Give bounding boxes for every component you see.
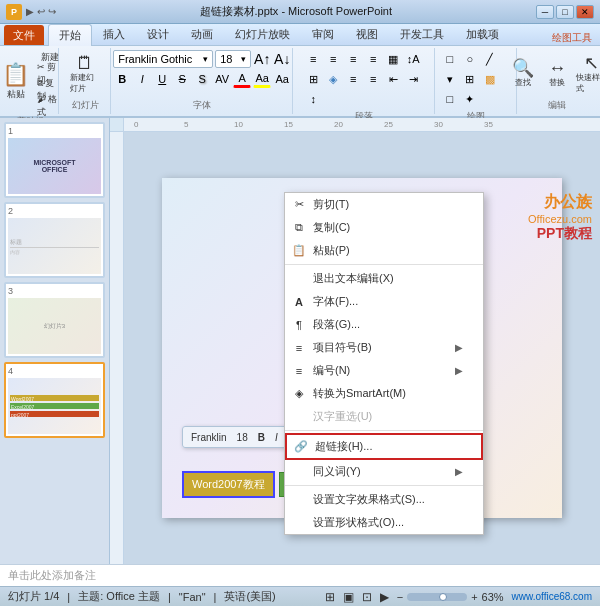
align-left-button[interactable]: ≡ <box>304 50 322 68</box>
line-button[interactable]: ╱ <box>481 50 499 68</box>
minimize-button[interactable]: ─ <box>536 5 554 19</box>
ctx-hanzi[interactable]: 汉字重选(U) <box>285 405 483 428</box>
font-size-selector[interactable]: 18 ▾ <box>215 50 251 68</box>
textalign-button[interactable]: ⊞ <box>304 70 322 88</box>
slide-thumb-4[interactable]: 4 Word2007 Excel2007 ppt2007 <box>4 362 105 438</box>
tab-developer[interactable]: 开发工具 <box>389 23 455 45</box>
ctx-cut[interactable]: ✂ 剪切(T) <box>285 193 483 216</box>
ctx-texteffect[interactable]: 设置文字效果格式(S)... <box>285 488 483 511</box>
font-name-selector[interactable]: Franklin Gothic ▾ <box>113 50 213 68</box>
change-case-button[interactable]: Aa <box>273 70 291 88</box>
restore-button[interactable]: □ <box>556 5 574 19</box>
new-slide-button[interactable]: 🗒 新建幻灯片 <box>69 58 101 90</box>
select-button[interactable]: ↖ 快速样式 <box>575 58 600 90</box>
tab-design[interactable]: 设计 <box>136 23 180 45</box>
bullets-arrow: ▶ <box>455 342 463 353</box>
shapes-more-button[interactable]: ▾ <box>441 70 459 88</box>
word-textbox[interactable]: Word2007教程 <box>182 471 275 498</box>
mini-font-size[interactable]: 18 <box>233 430 252 445</box>
ctx-exit-edit[interactable]: 退出文本编辑(X) <box>285 267 483 290</box>
ctx-copy[interactable]: ⧉ 复制(C) <box>285 216 483 239</box>
ctx-font[interactable]: A 字体(F)... <box>285 290 483 313</box>
highlight-button[interactable]: Aa <box>253 70 271 88</box>
font-shrink-button[interactable]: A↓ <box>273 50 291 68</box>
ctx-sep2 <box>285 430 483 431</box>
paste-icon: 📋 <box>291 243 307 259</box>
ctx-paragraph[interactable]: ¶ 段落(G)... <box>285 313 483 336</box>
linespacing-button[interactable]: ↕ <box>304 90 322 108</box>
justify-button[interactable]: ≡ <box>364 50 382 68</box>
mini-italic-button[interactable]: I <box>271 430 282 445</box>
ctx-hyperlink[interactable]: 🔗 超链接(H)... <box>285 433 483 460</box>
ctx-shapefmt[interactable]: 设置形状格式(O)... <box>285 511 483 534</box>
numbered-list-button[interactable]: ≡ <box>364 70 382 88</box>
drawing-buttons: □ ○ ╱ ▾ ⊞ ▩ □ ✦ <box>441 50 512 108</box>
ctx-synonym[interactable]: 同义词(Y) ▶ <box>285 460 483 483</box>
formatpaint-button[interactable]: 🖌 格式 <box>36 98 64 113</box>
textshadow-button[interactable]: S <box>193 70 211 88</box>
ctx-paste[interactable]: 📋 粘贴(P) <box>285 239 483 262</box>
strikethrough-button[interactable]: S <box>173 70 191 88</box>
indent-inc-button[interactable]: ⇥ <box>404 70 422 88</box>
smartart-button[interactable]: ◈ <box>324 70 342 88</box>
note-bar[interactable]: 单击此处添加备注 <box>0 564 600 586</box>
mini-font-name[interactable]: Franklin <box>187 430 231 445</box>
note-placeholder: 单击此处添加备注 <box>8 568 96 583</box>
indent-dec-button[interactable]: ⇤ <box>384 70 402 88</box>
italic-button[interactable]: I <box>133 70 151 88</box>
zoom-slider[interactable] <box>407 593 467 601</box>
status-lang: 英语(美国) <box>224 589 275 604</box>
watermark: 办公族 Officezu.com PPT教程 <box>528 192 592 243</box>
ctx-smartart[interactable]: ◈ 转换为SmartArt(M) <box>285 382 483 405</box>
view-slide-btn[interactable]: ▣ <box>343 590 354 604</box>
ctx-numbering[interactable]: ≡ 编号(N) ▶ <box>285 359 483 382</box>
zoom-control: − + 63% <box>397 591 504 603</box>
slides-buttons: 🗒 新建幻灯片 <box>69 50 101 97</box>
zoom-out-button[interactable]: − <box>397 591 403 603</box>
tab-home[interactable]: 开始 <box>48 24 92 46</box>
view-normal-btn[interactable]: ⊞ <box>325 590 335 604</box>
find-button[interactable]: 🔍 查找 <box>507 58 539 90</box>
slide-thumb-3[interactable]: 3 幻灯片3 <box>4 282 105 358</box>
tab-insert[interactable]: 插入 <box>92 23 136 45</box>
canvas-area: 办公族 Officezu.com PPT教程 Word2007教程 <box>124 132 600 564</box>
status-separator1: | <box>67 591 70 603</box>
zoom-in-button[interactable]: + <box>471 591 477 603</box>
arrange-button[interactable]: ⊞ <box>461 70 479 88</box>
tab-view[interactable]: 视图 <box>345 23 389 45</box>
slide-thumb-1[interactable]: 1 MICROSOFTOFFICE <box>4 122 105 198</box>
textdir-button[interactable]: ↕A <box>404 50 422 68</box>
align-center-button[interactable]: ≡ <box>324 50 342 68</box>
charspacing-button[interactable]: AV <box>213 70 231 88</box>
slides-label: 幻灯片 <box>72 97 99 112</box>
tab-slideshow[interactable]: 幻灯片放映 <box>224 23 301 45</box>
underline-button[interactable]: U <box>153 70 171 88</box>
tab-addins[interactable]: 加载项 <box>455 23 510 45</box>
close-button[interactable]: ✕ <box>576 5 594 19</box>
view-present-btn[interactable]: ▶ <box>380 590 389 604</box>
rect-button[interactable]: □ <box>441 50 459 68</box>
fontcolor-button[interactable]: A <box>233 70 251 88</box>
numbering-arrow: ▶ <box>455 365 463 376</box>
bulleted-list-button[interactable]: ≡ <box>344 70 362 88</box>
tab-animation[interactable]: 动画 <box>180 23 224 45</box>
status-bar: 幻灯片 1/4 | 主题: Office 主题 | "Fan" | 英语(美国)… <box>0 586 600 606</box>
view-reading-btn[interactable]: ⊡ <box>362 590 372 604</box>
mini-bold-button[interactable]: B <box>254 430 269 445</box>
oval-button[interactable]: ○ <box>461 50 479 68</box>
slide-thumb-2[interactable]: 2 标题 内容 <box>4 202 105 278</box>
paste-button[interactable]: 📋 粘贴 <box>0 58 34 106</box>
align-right-button[interactable]: ≡ <box>344 50 362 68</box>
slide-count: 幻灯片 1/4 <box>8 589 59 604</box>
font-grow-button[interactable]: A↑ <box>253 50 271 68</box>
hyperlink-icon: 🔗 <box>293 439 309 455</box>
effects-button[interactable]: ✦ <box>461 90 479 108</box>
file-tab[interactable]: 文件 <box>4 25 44 45</box>
outline-button[interactable]: □ <box>441 90 459 108</box>
columns-button[interactable]: ▦ <box>384 50 402 68</box>
ctx-bullets[interactable]: ≡ 项目符号(B) ▶ <box>285 336 483 359</box>
bold-button[interactable]: B <box>113 70 131 88</box>
replace-button[interactable]: ↔ 替换 <box>541 58 573 90</box>
fill-button[interactable]: ▩ <box>481 70 499 88</box>
tab-review[interactable]: 审阅 <box>301 23 345 45</box>
